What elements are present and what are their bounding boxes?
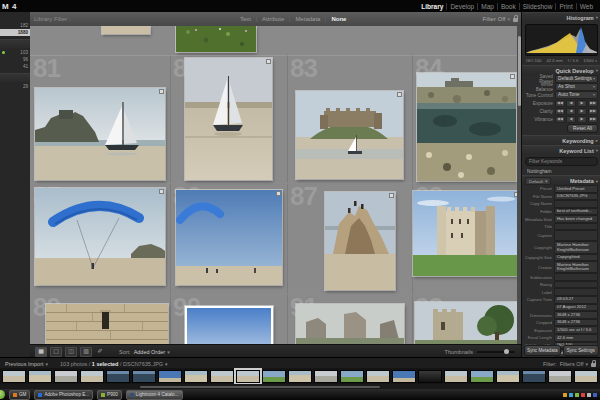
photo-sliver-sand[interactable] (102, 26, 150, 34)
filter-preset-dropdown[interactable]: Filter Off (483, 16, 510, 22)
thumbnail-sailboat-on-sand[interactable] (185, 58, 272, 180)
metadata-value[interactable]: Copyrighted (554, 254, 598, 262)
filmstrip-thumb[interactable] (210, 370, 234, 383)
filmstrip-thumb[interactable] (470, 370, 494, 383)
thumbnail-blue-sky-framed[interactable] (185, 306, 273, 344)
thumbnail-blue-kite-beach-castle[interactable] (35, 188, 165, 285)
filmstrip-thumb[interactable] (80, 370, 104, 383)
filmstrip-thumb[interactable] (522, 370, 546, 383)
compare-view-icon[interactable]: ◫ (65, 347, 77, 357)
filmstrip-thumb[interactable] (106, 370, 130, 383)
catalog-item-selected[interactable]: 1880 (0, 29, 30, 36)
thumbnail-castle-keep-lawn[interactable] (413, 191, 520, 276)
filmstrip-thumb[interactable] (158, 370, 182, 383)
metadata-value[interactable] (554, 281, 598, 289)
histogram[interactable] (525, 24, 598, 56)
catalog-item[interactable]: 182 (0, 22, 30, 29)
metadata-value[interactable]: Has been changed (554, 215, 598, 223)
survey-view-icon[interactable]: ▥ (80, 347, 92, 357)
metadata-value[interactable] (554, 200, 598, 208)
tray-icon[interactable] (593, 393, 597, 397)
start-button[interactable] (0, 390, 5, 399)
filmstrip-filter-lock-icon[interactable] (591, 363, 596, 367)
folder-volume[interactable]: 103 (0, 49, 30, 56)
tray-icon[interactable] (587, 393, 591, 397)
filter-none[interactable]: None (326, 16, 351, 22)
metadata-value[interactable]: 1/500 sec at f / 5.6 (554, 326, 598, 334)
module-book[interactable]: Book (498, 3, 520, 10)
filmstrip-filter-dropdown[interactable]: Filters Off (560, 361, 588, 367)
keyword-list-panel-header[interactable]: Keyword List (522, 145, 600, 155)
thumbnail-badge-icon[interactable] (510, 74, 515, 79)
taskbar-item-lightroom[interactable]: Lightroom 4 Catalo... (126, 390, 183, 400)
photo-sliver-grass[interactable] (176, 26, 256, 52)
filter-text[interactable]: Text (235, 16, 257, 22)
thumbnail-blue-kite-sky[interactable] (176, 190, 282, 285)
filmstrip-scrollbar-thumb[interactable] (140, 386, 380, 388)
filmstrip-thumb[interactable] (340, 370, 364, 383)
grid-cell-92[interactable]: 92 (412, 294, 521, 344)
filmstrip-thumb[interactable] (28, 370, 52, 383)
keyword-item[interactable]: Nottingham (522, 168, 600, 175)
filmstrip-thumb[interactable] (418, 370, 442, 383)
grid-cell-86[interactable]: 86 (170, 183, 288, 295)
filmstrip-thumb[interactable] (314, 370, 338, 383)
white-balance-dropdown[interactable]: As Shot (555, 83, 598, 91)
metadata-value[interactable]: best of northumb... (554, 208, 598, 216)
folders-panel-header[interactable] (0, 39, 30, 48)
tray-icon[interactable] (581, 393, 585, 397)
tray-icon[interactable] (569, 393, 573, 397)
thumbnail-badge-icon[interactable] (397, 92, 402, 97)
grid-cell-83[interactable]: 83 (287, 55, 413, 184)
taskbar-item-gm[interactable]: GM (9, 390, 30, 400)
module-library[interactable]: Library (418, 3, 447, 10)
filmstrip-thumb[interactable] (548, 370, 572, 383)
thumbnail-badge-icon[interactable] (159, 189, 164, 194)
filter-metadata[interactable]: Metadata (290, 16, 326, 22)
reset-all-button[interactable]: Reset All (567, 124, 598, 133)
histogram-panel-header[interactable]: Histogram (522, 12, 600, 22)
collection-item[interactable]: 29 (0, 83, 30, 90)
metadata-value[interactable]: DSCN7635.JPG (554, 193, 598, 201)
painter-spray-icon[interactable]: ✐ (95, 348, 105, 356)
metadata-panel-header[interactable]: Default Metadata (522, 175, 600, 185)
grid-view-icon[interactable]: ▦ (35, 347, 47, 357)
tray-icon[interactable] (563, 393, 567, 397)
grid-cell-88[interactable]: 88 (412, 183, 521, 295)
filmstrip-thumb[interactable] (444, 370, 468, 383)
metadata-preset-toggle[interactable]: Default (525, 177, 551, 185)
thumbnail-castle-ruins[interactable] (296, 304, 404, 344)
collections-panel-header[interactable] (0, 73, 30, 82)
taskbar-item-photoshop[interactable]: Adobe Photoshop E... (34, 390, 93, 400)
metadata-value[interactable]: 3648 x 2736 (554, 311, 598, 319)
thumbnail-ruin-and-tree[interactable] (415, 302, 519, 344)
module-slideshow[interactable]: Slideshow (520, 3, 557, 10)
system-tray[interactable] (563, 393, 597, 397)
grid-cell-87[interactable]: 87 (287, 183, 413, 295)
filter-lock-icon[interactable] (513, 18, 518, 22)
slider-knob[interactable] (504, 349, 509, 354)
filmstrip-thumb[interactable] (262, 370, 286, 383)
grid-cell-90[interactable]: 90 (170, 294, 288, 344)
saved-preset-dropdown[interactable]: Default Settings (555, 75, 598, 83)
thumbnail-badge-icon[interactable] (389, 193, 394, 198)
module-web[interactable]: Web (577, 3, 596, 10)
metadata-value[interactable] (554, 230, 598, 241)
vibrance-steppers[interactable]: ◀◀◀▶▶▶ (555, 116, 598, 123)
grid-cell-91[interactable]: 91 (287, 294, 413, 344)
sort-dropdown[interactable]: Added Order (134, 349, 170, 355)
metadata-value[interactable]: 09:03:27 (554, 296, 598, 304)
metadata-value[interactable] (554, 273, 598, 281)
metadata-value[interactable] (554, 223, 598, 231)
metadata-value[interactable]: Untitled Preset (554, 185, 598, 193)
grid-cell-89[interactable]: 89 (30, 294, 171, 344)
thumbnail-stone-wall[interactable] (46, 304, 168, 344)
module-print[interactable]: Print (556, 3, 576, 10)
filmstrip-thumb[interactable] (2, 370, 26, 383)
sync-metadata-button[interactable]: Sync Metadata (524, 345, 561, 356)
thumbnail-size-slider[interactable] (477, 351, 515, 353)
taskbar-item-p900[interactable]: P900 (97, 390, 122, 400)
filmstrip-thumb[interactable] (574, 370, 598, 383)
grid-cell-81[interactable]: 81 (30, 55, 171, 184)
grid-cell-85[interactable]: 85 (30, 183, 171, 295)
